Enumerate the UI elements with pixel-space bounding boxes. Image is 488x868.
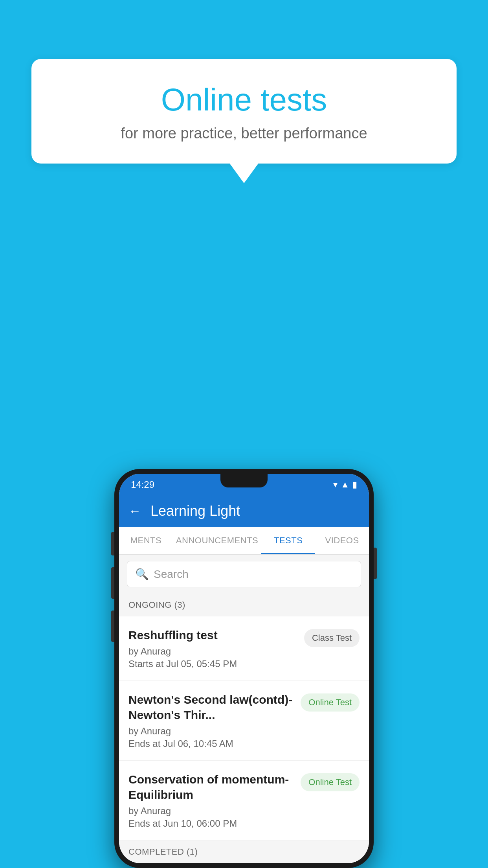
bubble-subtitle: for more practice, better performance [63, 125, 425, 142]
search-bar[interactable]: 🔍 Search [127, 561, 361, 587]
phone-wrapper: 14:29 ▾ ▲ ▮ ← Learning Light MENTS ANNOU… [114, 469, 374, 868]
test-info-2: Newton's Second law(contd)-Newton's Thir… [128, 692, 294, 749]
back-button[interactable]: ← [128, 504, 141, 519]
tab-tests[interactable]: TESTS [261, 527, 315, 554]
signal-icon: ▲ [341, 480, 349, 490]
phone-frame: 14:29 ▾ ▲ ▮ ← Learning Light MENTS ANNOU… [114, 469, 374, 868]
badge-2: Online Test [301, 693, 360, 712]
phone-power-button [374, 548, 377, 579]
tab-ments[interactable]: MENTS [119, 527, 173, 554]
phone-vol-down-button [111, 567, 114, 599]
wifi-icon: ▾ [333, 480, 338, 490]
badge-1: Class Test [304, 629, 360, 647]
test-name-2: Newton's Second law(contd)-Newton's Thir… [128, 692, 294, 723]
tab-bar: MENTS ANNOUNCEMENTS TESTS VIDEOS [119, 527, 369, 555]
test-item-3[interactable]: Conservation of momentum-Equilibrium by … [119, 761, 369, 840]
battery-icon: ▮ [352, 480, 357, 490]
test-by-3: by Anurag [128, 805, 294, 817]
ongoing-header: ONGOING (3) [119, 594, 369, 616]
test-time-1: Starts at Jul 05, 05:45 PM [128, 658, 298, 669]
test-name-1: Reshuffling test [128, 627, 298, 643]
test-by-2: by Anurag [128, 726, 294, 737]
completed-header: COMPLETED (1) [119, 840, 369, 863]
speech-bubble: Online tests for more practice, better p… [31, 59, 457, 164]
search-icon: 🔍 [135, 568, 149, 581]
test-by-1: by Anurag [128, 646, 298, 657]
search-input[interactable]: Search [154, 568, 189, 581]
status-icons: ▾ ▲ ▮ [333, 480, 357, 490]
test-name-3: Conservation of momentum-Equilibrium [128, 772, 294, 802]
test-item-2[interactable]: Newton's Second law(contd)-Newton's Thir… [119, 681, 369, 761]
phone-screen: 14:29 ▾ ▲ ▮ ← Learning Light MENTS ANNOU… [119, 474, 369, 863]
app-bar: ← Learning Light [119, 495, 369, 527]
test-time-3: Ends at Jun 10, 06:00 PM [128, 818, 294, 829]
search-container: 🔍 Search [119, 555, 369, 594]
phone-vol-up-button [111, 532, 114, 555]
badge-3: Online Test [301, 773, 360, 791]
test-item-1[interactable]: Reshuffling test by Anurag Starts at Jul… [119, 616, 369, 681]
bubble-title: Online tests [63, 83, 425, 117]
test-info-1: Reshuffling test by Anurag Starts at Jul… [128, 627, 298, 669]
tab-videos[interactable]: VIDEOS [315, 527, 369, 554]
test-list: Reshuffling test by Anurag Starts at Jul… [119, 616, 369, 840]
app-title: Learning Light [150, 503, 240, 519]
speech-bubble-container: Online tests for more practice, better p… [31, 59, 457, 164]
phone-silent-button [111, 611, 114, 642]
test-info-3: Conservation of momentum-Equilibrium by … [128, 772, 294, 829]
status-time: 14:29 [131, 479, 154, 490]
tab-announcements[interactable]: ANNOUNCEMENTS [173, 527, 261, 554]
test-time-2: Ends at Jul 06, 10:45 AM [128, 738, 294, 749]
phone-notch [220, 474, 268, 487]
